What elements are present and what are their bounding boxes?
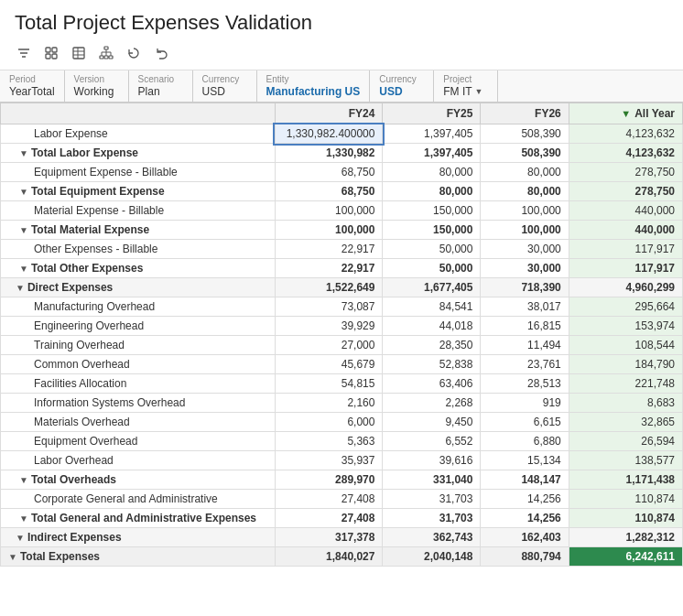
collapse-icon[interactable]: ▼: [19, 475, 28, 485]
project-value: FM IT ▼: [443, 85, 488, 98]
fy25-value[interactable]: 9,450: [383, 413, 481, 432]
fy25-value[interactable]: 150,000: [383, 201, 481, 221]
all-year-value: 153,974: [569, 317, 682, 336]
version-value: Working: [74, 85, 119, 98]
fy24-value[interactable]: 45,679: [275, 355, 383, 374]
fy26-value[interactable]: 15,134: [481, 451, 569, 470]
fy25-value[interactable]: 52,838: [383, 355, 481, 374]
collapse-icon[interactable]: ▼: [16, 283, 25, 293]
fy26-value[interactable]: 11,494: [481, 336, 569, 355]
undo-icon[interactable]: [152, 44, 170, 62]
fy26-value: 718,390: [481, 278, 569, 297]
fy24-value[interactable]: 35,937: [275, 451, 383, 470]
fy25-value[interactable]: 80,000: [383, 163, 481, 182]
fy24-value[interactable]: 27,000: [275, 336, 383, 355]
fy25-value[interactable]: 63,406: [383, 374, 481, 394]
fy24-value[interactable]: 39,929: [275, 317, 383, 336]
currency-label: Currency: [202, 74, 247, 84]
fy24-value[interactable]: 6,000: [275, 413, 383, 432]
collapse-icon[interactable]: ▼: [19, 264, 28, 274]
fy24-value[interactable]: 73,087: [275, 297, 383, 317]
fy26-value[interactable]: 38,017: [481, 297, 569, 317]
fy24-value[interactable]: 54,815: [275, 374, 383, 394]
fy26-value[interactable]: 30,000: [481, 240, 569, 259]
row-label: ▼ Total Labor Expense: [1, 144, 276, 163]
filter-entity[interactable]: Entity Manufacturing US: [257, 70, 371, 102]
all-year-value: 4,123,632: [569, 144, 682, 163]
fy26-value[interactable]: 16,815: [481, 317, 569, 336]
collapse-icon[interactable]: ▼: [19, 513, 28, 524]
svg-rect-12: [100, 56, 103, 59]
fy24-value[interactable]: 68,750: [275, 163, 383, 182]
filter-period[interactable]: Period YearTotal: [0, 70, 65, 102]
col-header-label: [1, 103, 276, 124]
filter-scenario[interactable]: Scenario Plan: [129, 70, 193, 102]
project-label: Project: [443, 74, 488, 84]
fy25-value: 2,040,148: [383, 547, 481, 567]
fy25-value[interactable]: 1,397,405: [383, 124, 481, 144]
version-label: Version: [74, 74, 119, 84]
fy25-value[interactable]: 2,268: [383, 394, 481, 413]
fy24-value[interactable]: 2,160: [275, 394, 383, 413]
fy25-value: 50,000: [383, 259, 481, 278]
fy24-value[interactable]: 27,408: [275, 490, 383, 509]
row-label: Information Systems Overhead: [1, 394, 276, 413]
history-icon[interactable]: [125, 44, 143, 62]
fy26-value: 30,000: [481, 259, 569, 278]
fy25-value[interactable]: 6,552: [383, 432, 481, 451]
fy25-value[interactable]: 28,350: [383, 336, 481, 355]
row-label: Engineering Overhead: [1, 317, 276, 336]
currency-value: USD: [202, 85, 247, 98]
fy26-value[interactable]: 6,880: [481, 432, 569, 451]
fy26-value[interactable]: 919: [481, 394, 569, 413]
fy26-value: 14,256: [481, 509, 569, 528]
all-year-value: 1,282,312: [569, 528, 682, 547]
fy25-value: 1,397,405: [383, 144, 481, 163]
fy26-value: 148,147: [481, 470, 569, 490]
fy24-value: 27,408: [275, 509, 383, 528]
page-title: Total Project Expenses Validation: [0, 0, 683, 40]
svg-rect-13: [104, 56, 108, 59]
table-row: ▼ Total General and Administrative Expen…: [1, 509, 683, 528]
fy25-value[interactable]: 84,541: [383, 297, 481, 317]
svg-rect-7: [73, 48, 84, 59]
fy24-value[interactable]: 1,330,982.400000: [275, 124, 383, 144]
currency2-value: USD: [379, 85, 424, 98]
filter-project[interactable]: Project FM IT ▼: [434, 70, 498, 102]
fy26-value[interactable]: 80,000: [481, 163, 569, 182]
fy26-value[interactable]: 100,000: [481, 201, 569, 221]
filter-version[interactable]: Version Working: [65, 70, 129, 102]
row-label: Facilities Allocation: [1, 374, 276, 394]
entity-value: Manufacturing US: [266, 85, 361, 98]
all-year-value: 440,000: [569, 221, 682, 240]
layers-icon[interactable]: [42, 44, 60, 62]
table-icon[interactable]: [70, 44, 88, 62]
filter-currency2[interactable]: Currency USD: [370, 70, 434, 102]
collapse-icon[interactable]: ▼: [19, 187, 28, 197]
fy24-value[interactable]: 100,000: [275, 201, 383, 221]
fy26-value[interactable]: 6,615: [481, 413, 569, 432]
collapse-icon[interactable]: ▼: [16, 533, 25, 543]
hierarchy-icon[interactable]: [97, 44, 115, 62]
fy26-value[interactable]: 14,256: [481, 490, 569, 509]
collapse-icon[interactable]: ▼: [8, 552, 17, 562]
fy25-value[interactable]: 39,616: [383, 451, 481, 470]
collapse-icon[interactable]: ▼: [19, 225, 28, 235]
fy25-value[interactable]: 44,018: [383, 317, 481, 336]
fy26-value[interactable]: 23,761: [481, 355, 569, 374]
fy24-value[interactable]: 22,917: [275, 240, 383, 259]
fy25-value[interactable]: 31,703: [383, 490, 481, 509]
fy26-value: 162,403: [481, 528, 569, 547]
row-label: Training Overhead: [1, 336, 276, 355]
fy26-value[interactable]: 28,513: [481, 374, 569, 394]
collapse-icon[interactable]: ▼: [19, 148, 28, 158]
filter-currency[interactable]: Currency USD: [193, 70, 257, 102]
fy25-value[interactable]: 50,000: [383, 240, 481, 259]
row-label: Manufacturing Overhead: [1, 297, 276, 317]
row-label: Equipment Overhead: [1, 432, 276, 451]
filter-icon[interactable]: [15, 44, 33, 62]
fy24-value[interactable]: 5,363: [275, 432, 383, 451]
fy24-value: 100,000: [275, 221, 383, 240]
table-row: Information Systems Overhead2,1602,26891…: [1, 394, 683, 413]
fy26-value[interactable]: 508,390: [481, 124, 569, 144]
